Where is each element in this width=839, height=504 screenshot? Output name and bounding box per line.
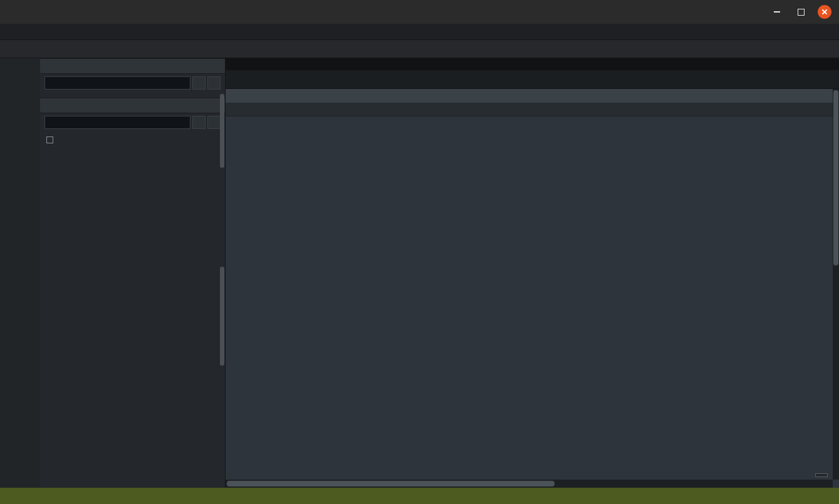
selection-stats-overlay — [815, 473, 828, 477]
tables-scrollbar-thumb[interactable] — [220, 267, 224, 366]
minimize-button[interactable] — [770, 5, 784, 19]
collapse-icon[interactable] — [46, 136, 53, 143]
statusbar — [0, 488, 839, 504]
connections-list — [40, 92, 225, 98]
titlebar[interactable] — [0, 0, 839, 24]
tables-group-row[interactable] — [40, 131, 225, 148]
window-controls — [770, 5, 839, 19]
tab-groups-bar — [226, 58, 839, 70]
toolbar — [0, 40, 839, 58]
tables-search-row — [40, 113, 225, 131]
connections-search-input[interactable] — [44, 76, 190, 90]
dbgate-window — [0, 0, 839, 504]
vertical-scrollbar[interactable] — [833, 89, 839, 480]
connections-header — [40, 58, 225, 74]
vertical-scrollbar-thumb[interactable] — [833, 90, 838, 265]
tables-list — [40, 148, 225, 488]
add-table-small-button[interactable] — [192, 116, 206, 129]
close-button[interactable] — [818, 5, 831, 19]
grid-body — [226, 116, 833, 480]
horizontal-scrollbar[interactable] — [226, 480, 833, 488]
menubar — [0, 24, 839, 40]
sidebar-scrollbar-thumb[interactable] — [220, 94, 224, 168]
connections-search-row — [40, 74, 225, 92]
data-grid — [226, 89, 839, 488]
grid-header-row — [226, 89, 839, 103]
sidebar — [40, 58, 226, 488]
tables-search-input[interactable] — [44, 116, 190, 129]
content-area — [226, 58, 839, 488]
add-connection-small-button[interactable] — [192, 76, 206, 90]
horizontal-scrollbar-thumb[interactable] — [227, 481, 555, 486]
tables-header — [40, 98, 225, 113]
main-area — [0, 58, 839, 488]
maximize-button[interactable] — [794, 5, 808, 19]
icon-rail — [0, 58, 40, 488]
grid-filter-row — [226, 103, 839, 116]
refresh-tables-button[interactable] — [207, 116, 221, 129]
refresh-connections-button[interactable] — [207, 76, 221, 90]
tabs-bar — [226, 70, 839, 89]
